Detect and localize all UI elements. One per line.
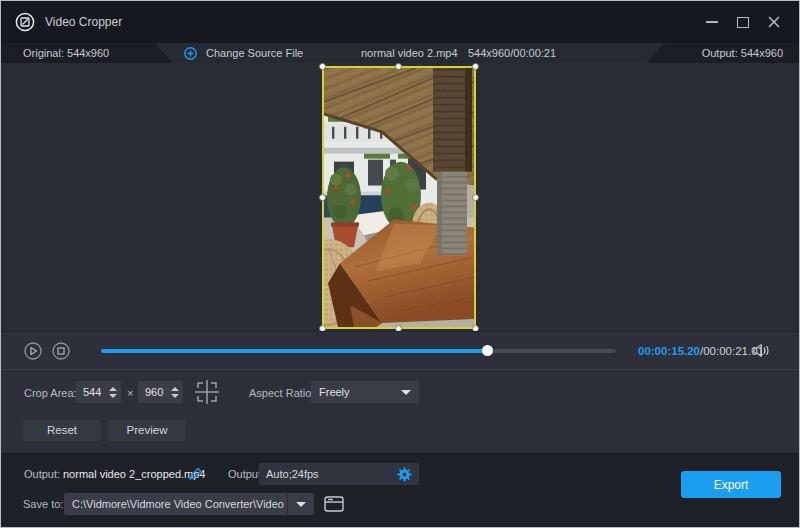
maximize-icon xyxy=(737,17,749,28)
slider-handle[interactable] xyxy=(482,345,493,356)
save-path-value: C:\Vidmore\Vidmore Video Converter\Video… xyxy=(64,498,287,510)
chevron-down-icon xyxy=(401,390,411,395)
crop-handle-w[interactable] xyxy=(319,194,326,201)
crop-height-input[interactable] xyxy=(138,386,171,398)
source-filename: normal video 2.mp4 xyxy=(361,43,458,63)
original-resolution-tab: Original: 544x960 xyxy=(1,43,173,63)
time-display: 00:00:15.20/00:00:21.01 xyxy=(638,332,764,370)
close-icon xyxy=(768,16,780,28)
export-button[interactable]: Export xyxy=(681,471,781,498)
crop-handle-nw[interactable] xyxy=(319,63,326,70)
crop-crosshair-icon xyxy=(194,379,220,405)
edit-pencil-icon[interactable] xyxy=(188,466,203,481)
crop-area-label: Crop Area: xyxy=(24,382,77,404)
output-filename: normal video 2_cropped.mp4 xyxy=(63,463,205,485)
save-path-dropdown-button[interactable] xyxy=(287,493,314,515)
aspect-ratio-dropdown[interactable]: Freely xyxy=(311,381,419,403)
minimize-button[interactable] xyxy=(705,15,719,29)
save-path-select[interactable]: C:\Vidmore\Vidmore Video Converter\Video… xyxy=(64,493,314,515)
plus-circle-icon xyxy=(184,47,197,60)
preview-button[interactable]: Preview xyxy=(108,420,186,441)
change-source-file-label: Change Source File xyxy=(206,43,303,63)
output-name-label: Output: xyxy=(24,463,60,485)
output-format-value: Auto;24fps xyxy=(266,468,319,480)
crop-height-field[interactable] xyxy=(138,381,183,403)
width-step-up-icon[interactable] xyxy=(109,387,117,391)
seek-slider[interactable] xyxy=(101,349,616,353)
crop-width-input[interactable] xyxy=(76,386,109,398)
play-button[interactable] xyxy=(24,342,42,360)
video-frame-image xyxy=(324,68,474,327)
chevron-down-icon xyxy=(296,502,306,507)
crop-handle-e[interactable] xyxy=(472,194,479,201)
height-step-up-icon[interactable] xyxy=(171,387,179,391)
app-logo-icon xyxy=(15,12,35,32)
height-step-down-icon[interactable] xyxy=(171,394,179,398)
reset-button[interactable]: Reset xyxy=(23,420,101,441)
crop-controls-panel: Crop Area: × Aspect Ratio: xyxy=(1,369,799,454)
maximize-button[interactable] xyxy=(736,15,750,29)
info-bar: Original: 544x960 Change Source File nor… xyxy=(1,43,799,63)
source-resolution-duration: 544x960/00:00:21 xyxy=(468,43,556,63)
multiply-sign: × xyxy=(127,382,133,404)
output-resolution-tab: Output: 544x960 xyxy=(647,43,799,63)
current-time: 00:00:15.20 xyxy=(638,345,700,357)
window-title: Video Cropper xyxy=(45,1,122,43)
minimize-icon xyxy=(706,21,718,23)
crop-region[interactable] xyxy=(322,66,476,329)
stop-button[interactable] xyxy=(52,342,70,360)
slider-fill xyxy=(101,349,487,353)
original-resolution-label: Original: 544x960 xyxy=(1,43,173,63)
close-button[interactable] xyxy=(767,15,781,29)
output-resolution-label: Output: 544x960 xyxy=(702,43,783,63)
crop-width-field[interactable] xyxy=(76,381,121,403)
player-bar: 00:00:15.20/00:00:21.01 xyxy=(1,331,799,370)
gear-icon[interactable] xyxy=(397,467,412,482)
save-to-label: Save to: xyxy=(23,493,63,515)
title-bar: Video Cropper xyxy=(1,1,799,43)
browse-folder-button[interactable] xyxy=(323,494,345,514)
preview-area xyxy=(1,63,799,331)
crop-handle-n[interactable] xyxy=(395,63,402,70)
change-source-file-button[interactable]: Change Source File xyxy=(184,43,303,63)
output-format-field[interactable]: Auto;24fps xyxy=(259,463,419,485)
video-cropper-window: Video Cropper Original: 544x960 Change S… xyxy=(0,0,800,528)
volume-icon[interactable] xyxy=(753,343,770,358)
crop-handle-ne[interactable] xyxy=(472,63,479,70)
output-bar: Output: normal video 2_cropped.mp4 Outpu… xyxy=(1,453,799,528)
aspect-ratio-label: Aspect Ratio: xyxy=(249,382,314,404)
width-step-down-icon[interactable] xyxy=(109,394,117,398)
aspect-ratio-value: Freely xyxy=(319,386,350,398)
